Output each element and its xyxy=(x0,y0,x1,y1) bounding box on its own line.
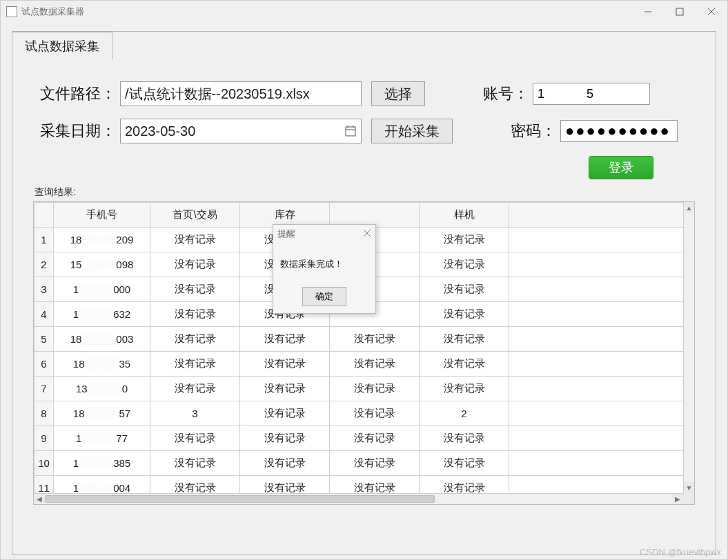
cell: 没有记录 xyxy=(420,327,509,352)
cell: 没有记录 xyxy=(240,352,330,377)
cell-phone: 15xxxx098 xyxy=(54,252,150,277)
cell: 没有记录 xyxy=(420,377,509,401)
password-input[interactable] xyxy=(560,120,678,142)
cell-phone: 1xxxx632 xyxy=(54,302,150,327)
cell: 没有记录 xyxy=(150,451,240,476)
scroll-left-icon[interactable]: ◀ xyxy=(34,494,45,504)
scroll-right-icon[interactable]: ▶ xyxy=(672,494,683,504)
cell: 没有记录 xyxy=(240,327,330,352)
file-path-input[interactable] xyxy=(120,81,362,106)
window-title: 试点数据采集器 xyxy=(21,6,84,18)
tab-main[interactable]: 试点数据采集 xyxy=(12,32,112,59)
date-value: 2023-05-30 xyxy=(125,123,195,139)
table-row[interactable]: 91xxxx77没有记录没有记录没有记录没有记录 xyxy=(35,426,694,451)
table-row[interactable]: 101xxxx385没有记录没有记录没有记录没有记录 xyxy=(35,451,694,476)
cell: 没有记录 xyxy=(150,377,240,401)
app-window: 试点数据采集器 试点数据采集 文件路径： 选择 xyxy=(0,0,728,560)
account-label: 账号： xyxy=(480,83,529,104)
dialog-ok-button[interactable]: 确定 xyxy=(302,287,346,306)
cell: 没有记录 xyxy=(330,451,420,476)
horizontal-scrollbar[interactable]: ◀ ▶ xyxy=(34,493,683,504)
cell: 没有记录 xyxy=(150,252,240,277)
row-number: 9 xyxy=(35,426,54,451)
col-header-0[interactable]: 手机号 xyxy=(54,203,150,228)
password-label: 密码： xyxy=(508,121,556,141)
cell: 没有记录 xyxy=(240,401,330,426)
cell: 没有记录 xyxy=(330,377,420,401)
cell: 没有记录 xyxy=(150,426,240,451)
cell-phone: 13xxxx0 xyxy=(54,377,150,401)
vertical-scrollbar[interactable]: ▲ ▼ xyxy=(683,202,694,493)
account-input[interactable] xyxy=(533,83,650,105)
row-number: 4 xyxy=(35,302,54,327)
browse-button[interactable]: 选择 xyxy=(371,81,425,106)
start-collect-button[interactable]: 开始采集 xyxy=(371,119,453,143)
app-icon xyxy=(6,6,17,17)
cell: 没有记录 xyxy=(150,352,240,377)
cell: 没有记录 xyxy=(240,426,330,451)
cell: 没有记录 xyxy=(150,302,240,327)
cell: 没有记录 xyxy=(420,302,509,327)
scroll-thumb[interactable] xyxy=(45,495,435,503)
login-button[interactable]: 登录 xyxy=(589,156,653,179)
cell: 没有记录 xyxy=(330,352,420,377)
cell-phone: 18xxxx209 xyxy=(54,228,150,252)
cell: 没有记录 xyxy=(420,352,509,377)
close-button[interactable] xyxy=(696,1,727,23)
cell: 没有记录 xyxy=(150,277,240,302)
date-picker[interactable]: 2023-05-30 xyxy=(120,119,362,143)
dialog-title: 提醒 xyxy=(277,228,295,240)
cell: 没有记录 xyxy=(150,327,240,352)
cell: 没有记录 xyxy=(150,228,240,252)
cell: 没有记录 xyxy=(240,377,330,401)
row-number: 7 xyxy=(35,377,54,401)
date-label: 采集日期： xyxy=(33,121,116,141)
cell-phone: 1xxxx77 xyxy=(54,426,150,451)
cell: 没有记录 xyxy=(330,401,420,426)
path-label: 文件路径： xyxy=(33,83,116,104)
row-number: 5 xyxy=(35,327,54,352)
row-number: 8 xyxy=(35,401,54,426)
row-number: 3 xyxy=(35,277,54,302)
watermark: CSDN @fkuevihpwx xyxy=(640,547,721,557)
cell-phone: 18xxxx35 xyxy=(54,352,150,377)
cell-phone: 18xxxx57 xyxy=(54,401,150,426)
scroll-down-icon[interactable]: ▼ xyxy=(684,482,694,493)
row-number: 6 xyxy=(35,352,54,377)
titlebar: 试点数据采集器 xyxy=(1,1,727,23)
scroll-corner xyxy=(683,493,694,504)
cell: 没有记录 xyxy=(330,426,420,451)
cell: 2 xyxy=(420,401,509,426)
cell-phone: 1xxxx000 xyxy=(54,277,150,302)
table-row[interactable]: 818xxxx573没有记录没有记录2 xyxy=(35,401,694,426)
table-row[interactable]: 618xxxx35没有记录没有记录没有记录没有记录 xyxy=(35,352,694,377)
col-header-4[interactable]: 样机 xyxy=(420,203,509,228)
cell: 没有记录 xyxy=(420,252,509,277)
col-header-1[interactable]: 首页\交易 xyxy=(150,203,240,228)
calendar-icon[interactable] xyxy=(344,125,357,137)
alert-dialog: 提醒 数据采集完成！ 确定 xyxy=(273,224,376,314)
cell: 没有记录 xyxy=(420,228,509,252)
minimize-button[interactable] xyxy=(632,1,664,23)
cell: 3 xyxy=(150,401,240,426)
svg-rect-1 xyxy=(676,8,683,15)
results-label: 查询结果: xyxy=(35,186,695,199)
dialog-message: 数据采集完成！ xyxy=(273,243,375,283)
cell: 没有记录 xyxy=(420,277,509,302)
table-row[interactable]: 713xxxx0没有记录没有记录没有记录没有记录 xyxy=(35,377,694,401)
cell-phone: 18xxxx003 xyxy=(54,327,150,352)
cell-phone: 1xxxx385 xyxy=(54,451,150,476)
cell: 没有记录 xyxy=(330,327,420,352)
dialog-close-icon[interactable] xyxy=(363,228,371,239)
cell: 没有记录 xyxy=(420,451,509,476)
table-row[interactable]: 518xxxx003没有记录没有记录没有记录没有记录 xyxy=(35,327,694,352)
row-number: 2 xyxy=(35,252,54,277)
cell: 没有记录 xyxy=(240,451,330,476)
svg-rect-4 xyxy=(346,127,355,136)
cell: 没有记录 xyxy=(420,426,509,451)
row-number: 10 xyxy=(35,451,54,476)
scroll-up-icon[interactable]: ▲ xyxy=(684,202,694,213)
maximize-button[interactable] xyxy=(664,1,696,23)
row-number: 1 xyxy=(35,228,54,252)
table-corner xyxy=(35,203,54,228)
